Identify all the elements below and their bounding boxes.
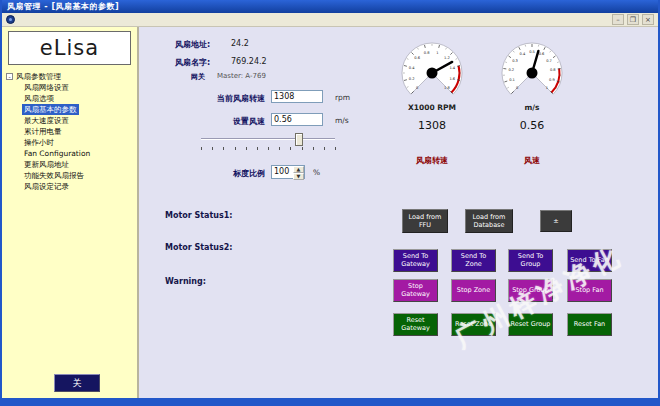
send-to-zone-button[interactable]: Send To Zone [451,249,496,272]
reset-gateway-button[interactable]: Reset Gateway [393,313,438,336]
tree-item[interactable]: 最大速度设置 [22,115,71,126]
svg-text:1: 1 [546,86,548,90]
app-window: 风扇管理 - [风扇基本的参数] – ❐ × eLisa - 风扇参数管理 风扇… [0,0,660,406]
stop-group-button[interactable]: Stop Group [508,279,553,302]
slider-tick [246,147,247,150]
svg-text:1.2: 1.2 [444,56,450,60]
slider-tick [223,147,224,150]
load-from-database-button[interactable]: Load from Database [465,209,513,233]
rpm-gauge-caption: 风扇转速 [390,155,474,166]
current-speed-label: 当前风扇转速 [139,93,265,104]
svg-text:0.2: 0.2 [409,77,415,81]
current-speed-unit: rpm [335,93,350,102]
menu-bar: – ❐ × [2,13,658,27]
slider-tick [279,147,280,150]
svg-text:1: 1 [436,51,438,55]
slider-tick [335,147,336,150]
svg-text:0.5: 0.5 [529,50,535,54]
airspeed-gauge-caption: 风速 [490,155,574,166]
spinner-down-icon[interactable]: ▼ [293,173,304,180]
tree-item[interactable]: Fan Configuration [22,148,92,159]
svg-text:0.8: 0.8 [550,68,556,72]
fan-name-value: 769.24.2 [231,57,267,66]
slider-track [201,138,335,140]
svg-text:0.4: 0.4 [520,52,526,56]
slider-tick [268,147,269,150]
rpm-gauge-dial: 00.20.40.60.811.21.41.61.8 [390,37,474,103]
tree-item[interactable]: 功能失效风扇报告 [22,170,86,181]
svg-text:0.4: 0.4 [409,66,415,70]
svg-text:0.3: 0.3 [512,59,518,63]
window-controls: – ❐ × [612,14,654,25]
restore-button[interactable]: ❐ [627,14,639,25]
slider-tick [290,147,291,150]
tree-item[interactable]: 风扇基本的参数 [22,104,79,115]
reset-group-button[interactable]: Reset Group [508,313,553,336]
set-speed-input[interactable]: 0.56 [271,113,323,126]
title-bar: 风扇管理 - [风扇基本的参数] [2,0,658,13]
tree-root-label: 风扇参数管理 [16,72,61,82]
gauge-hub [427,68,438,79]
send-to-group-button[interactable]: Send To Group [508,249,553,272]
gateway-value: Master: A-769 [217,72,266,80]
set-speed-label: 设置风速 [139,116,265,127]
tree-item[interactable]: 操作小时 [22,137,56,148]
stop-fan-button[interactable]: Stop Fan [567,279,612,302]
motor-status1-label: Motor Status1: [165,211,233,220]
tree-root[interactable]: - 风扇参数管理 [6,71,137,82]
fan-address-value: 24.2 [231,39,249,48]
sidebar-close-button[interactable]: 关 [54,374,100,392]
slider-tick [212,147,213,150]
close-button[interactable]: × [642,14,654,25]
rpm-gauge: 00.20.40.60.811.21.41.61.8 [390,37,474,105]
tree-collapse-icon[interactable]: - [6,73,13,80]
scale-value[interactable]: 100 [272,166,293,178]
tree-item[interactable]: 累计用电量 [22,126,64,137]
small-action-button[interactable]: ± [540,210,572,232]
stop-zone-button[interactable]: Stop Zone [451,279,496,302]
gateway-label: 网关 [191,72,205,82]
tree-item[interactable]: 风扇网络设置 [22,82,71,93]
fan-name-label: 风扇名字: [175,57,210,68]
svg-text:1.4: 1.4 [449,66,455,70]
main-panel: 风扇地址: 24.2 风扇名字: 769.24.2 网关 Master: A-7… [139,27,658,398]
slider-tick [324,147,325,150]
airspeed-gauge: 00.10.20.30.40.50.60.70.80.91 [490,37,574,105]
current-speed-input[interactable]: 1308 [271,90,323,103]
rpm-gauge-unit: X1000 RPM [390,103,474,112]
load-from-ffu-button[interactable]: Load from FFU [402,209,448,233]
app-icon[interactable] [6,15,15,24]
send-to-gateway-button[interactable]: Send To Gateway [393,249,438,272]
slider-thumb[interactable] [295,133,303,146]
svg-text:0.8: 0.8 [424,51,430,55]
set-speed-unit: m/s [335,116,349,125]
minimize-button[interactable]: – [612,14,624,25]
airspeed-gauge-dial: 00.10.20.30.40.50.60.70.80.91 [490,37,574,103]
svg-text:0.1: 0.1 [509,78,515,82]
window-title: 风扇管理 - [风扇基本的参数] [7,2,119,11]
spinner-arrows: ▲ ▼ [293,166,304,178]
logo: eLisa [8,31,131,65]
reset-zone-button[interactable]: Reset Zone [451,313,496,336]
reset-fan-button[interactable]: Reset Fan [567,313,612,336]
speed-slider[interactable] [201,133,335,149]
slider-tick [257,147,258,150]
svg-text:1.8: 1.8 [444,86,450,90]
sidebar: eLisa - 风扇参数管理 风扇网络设置风扇选项风扇基本的参数最大速度设置累计… [2,27,139,398]
tree-item[interactable]: 风扇选项 [22,93,56,104]
tree-item[interactable]: 更新风扇地址 [22,159,71,170]
slider-tick [313,147,314,150]
svg-text:1.6: 1.6 [449,77,455,81]
tree-item[interactable]: 风扇设定记录 [22,181,71,192]
send-to-fan-button[interactable]: Send To Fan [567,249,612,272]
gauge-hub [527,68,538,79]
rpm-gauge-value: 1308 [390,119,474,132]
svg-text:0.6: 0.6 [539,52,545,56]
spinner-up-icon[interactable]: ▲ [293,166,304,173]
svg-text:0.2: 0.2 [508,68,514,72]
scale-unit: % [313,168,320,177]
scale-spinner[interactable]: 100 ▲ ▼ [271,165,305,179]
airspeed-gauge-unit: m/s [490,103,574,112]
scale-label: 标度比例 [139,168,265,179]
stop-gateway-button[interactable]: Stop Gateway [393,279,438,302]
